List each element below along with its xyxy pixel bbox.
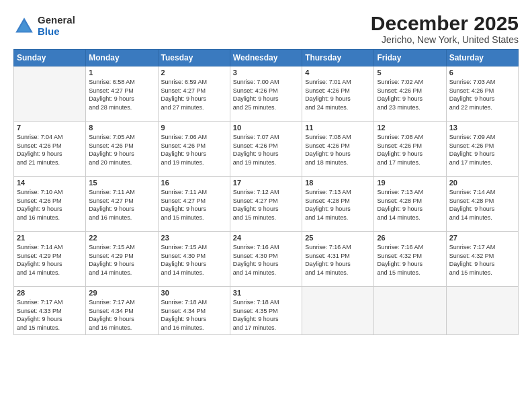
day-number: 17 xyxy=(233,179,299,187)
day-info: Sunrise: 7:17 AM Sunset: 4:33 PM Dayligh… xyxy=(17,298,83,332)
calendar-cell: 17Sunrise: 7:12 AM Sunset: 4:27 PM Dayli… xyxy=(230,177,302,232)
subtitle: Jericho, New York, United States xyxy=(371,34,519,45)
day-info: Sunrise: 7:16 AM Sunset: 4:32 PM Dayligh… xyxy=(377,243,443,277)
calendar-cell: 13Sunrise: 7:09 AM Sunset: 4:26 PM Dayli… xyxy=(446,122,518,177)
day-info: Sunrise: 7:16 AM Sunset: 4:31 PM Dayligh… xyxy=(305,243,371,277)
logo-blue-text: Blue xyxy=(38,26,75,38)
day-info: Sunrise: 7:04 AM Sunset: 4:26 PM Dayligh… xyxy=(17,133,83,167)
calendar-cell: 5Sunrise: 7:02 AM Sunset: 4:26 PM Daylig… xyxy=(374,66,446,122)
day-number: 5 xyxy=(377,68,443,77)
calendar-cell: 16Sunrise: 7:11 AM Sunset: 4:27 PM Dayli… xyxy=(158,177,230,232)
calendar-cell: 27Sunrise: 7:17 AM Sunset: 4:32 PM Dayli… xyxy=(446,232,518,287)
calendar-cell xyxy=(374,287,446,335)
calendar-cell: 29Sunrise: 7:17 AM Sunset: 4:34 PM Dayli… xyxy=(86,287,158,335)
calendar-cell: 8Sunrise: 7:05 AM Sunset: 4:26 PM Daylig… xyxy=(86,122,158,177)
day-number: 6 xyxy=(449,68,515,77)
day-info: Sunrise: 7:10 AM Sunset: 4:26 PM Dayligh… xyxy=(17,188,83,222)
calendar-cell: 10Sunrise: 7:07 AM Sunset: 4:26 PM Dayli… xyxy=(230,122,302,177)
logo-general-text: General xyxy=(38,15,75,26)
day-info: Sunrise: 7:06 AM Sunset: 4:26 PM Dayligh… xyxy=(161,133,227,167)
day-info: Sunrise: 7:11 AM Sunset: 4:27 PM Dayligh… xyxy=(89,188,154,222)
day-info: Sunrise: 7:03 AM Sunset: 4:26 PM Dayligh… xyxy=(449,78,515,111)
calendar-cell: 20Sunrise: 7:14 AM Sunset: 4:28 PM Dayli… xyxy=(446,177,518,232)
day-number: 11 xyxy=(305,124,371,132)
calendar-cell: 12Sunrise: 7:08 AM Sunset: 4:26 PM Dayli… xyxy=(374,122,446,177)
day-info: Sunrise: 7:17 AM Sunset: 4:34 PM Dayligh… xyxy=(89,298,154,332)
calendar-table: SundayMondayTuesdayWednesdayThursdayFrid… xyxy=(13,49,519,335)
day-number: 7 xyxy=(17,124,83,132)
day-number: 21 xyxy=(17,234,83,242)
day-info: Sunrise: 7:00 AM Sunset: 4:26 PM Dayligh… xyxy=(233,78,299,111)
calendar-week-row-0: 1Sunrise: 6:58 AM Sunset: 4:27 PM Daylig… xyxy=(14,66,519,122)
header: General Blue December 2025 Jericho, New … xyxy=(13,12,519,45)
calendar-week-row-1: 7Sunrise: 7:04 AM Sunset: 4:26 PM Daylig… xyxy=(14,122,519,177)
calendar-cell: 30Sunrise: 7:18 AM Sunset: 4:34 PM Dayli… xyxy=(158,287,230,335)
day-number: 14 xyxy=(17,179,83,187)
day-number: 4 xyxy=(305,68,371,77)
day-number: 25 xyxy=(305,234,371,242)
calendar-cell: 22Sunrise: 7:15 AM Sunset: 4:29 PM Dayli… xyxy=(86,232,158,287)
calendar-header-tuesday: Tuesday xyxy=(158,50,230,66)
title-block: December 2025 Jericho, New York, United … xyxy=(371,12,519,45)
calendar-cell: 24Sunrise: 7:16 AM Sunset: 4:30 PM Dayli… xyxy=(230,232,302,287)
day-number: 22 xyxy=(89,234,154,242)
calendar-cell: 1Sunrise: 6:58 AM Sunset: 4:27 PM Daylig… xyxy=(86,66,158,122)
day-number: 8 xyxy=(89,124,154,132)
day-number: 24 xyxy=(233,234,299,242)
day-info: Sunrise: 7:18 AM Sunset: 4:34 PM Dayligh… xyxy=(161,298,227,332)
calendar-cell: 31Sunrise: 7:18 AM Sunset: 4:35 PM Dayli… xyxy=(230,287,302,335)
logo-text: General Blue xyxy=(38,15,75,37)
day-number: 2 xyxy=(161,68,227,77)
day-number: 1 xyxy=(89,68,154,77)
calendar-header-wednesday: Wednesday xyxy=(230,50,302,66)
calendar-cell: 2Sunrise: 6:59 AM Sunset: 4:27 PM Daylig… xyxy=(158,66,230,122)
calendar-header-row: SundayMondayTuesdayWednesdayThursdayFrid… xyxy=(14,50,519,66)
day-number: 13 xyxy=(449,124,515,132)
calendar-week-row-3: 21Sunrise: 7:14 AM Sunset: 4:29 PM Dayli… xyxy=(14,232,519,287)
day-number: 23 xyxy=(161,234,227,242)
main-title: December 2025 xyxy=(371,12,519,34)
day-info: Sunrise: 7:02 AM Sunset: 4:26 PM Dayligh… xyxy=(377,78,443,111)
day-info: Sunrise: 7:14 AM Sunset: 4:29 PM Dayligh… xyxy=(17,243,83,277)
calendar-cell: 26Sunrise: 7:16 AM Sunset: 4:32 PM Dayli… xyxy=(374,232,446,287)
calendar-cell: 3Sunrise: 7:00 AM Sunset: 4:26 PM Daylig… xyxy=(230,66,302,122)
calendar-week-row-4: 28Sunrise: 7:17 AM Sunset: 4:33 PM Dayli… xyxy=(14,287,519,335)
day-info: Sunrise: 6:58 AM Sunset: 4:27 PM Dayligh… xyxy=(89,78,154,111)
day-info: Sunrise: 7:13 AM Sunset: 4:28 PM Dayligh… xyxy=(305,188,371,222)
calendar-cell: 6Sunrise: 7:03 AM Sunset: 4:26 PM Daylig… xyxy=(446,66,518,122)
day-info: Sunrise: 7:15 AM Sunset: 4:30 PM Dayligh… xyxy=(161,243,227,277)
day-number: 3 xyxy=(233,68,299,77)
day-number: 31 xyxy=(233,289,299,297)
day-number: 15 xyxy=(89,179,154,187)
day-number: 30 xyxy=(161,289,227,297)
day-info: Sunrise: 7:09 AM Sunset: 4:26 PM Dayligh… xyxy=(449,133,515,167)
day-number: 26 xyxy=(377,234,443,242)
page: General Blue December 2025 Jericho, New … xyxy=(0,0,532,411)
logo: General Blue xyxy=(13,15,75,37)
day-info: Sunrise: 7:07 AM Sunset: 4:26 PM Dayligh… xyxy=(233,133,299,167)
calendar-header-saturday: Saturday xyxy=(446,50,518,66)
day-number: 20 xyxy=(449,179,515,187)
calendar-cell: 19Sunrise: 7:13 AM Sunset: 4:28 PM Dayli… xyxy=(374,177,446,232)
day-info: Sunrise: 7:16 AM Sunset: 4:30 PM Dayligh… xyxy=(233,243,299,277)
day-number: 16 xyxy=(161,179,227,187)
calendar-cell: 25Sunrise: 7:16 AM Sunset: 4:31 PM Dayli… xyxy=(302,232,374,287)
calendar-cell: 11Sunrise: 7:08 AM Sunset: 4:26 PM Dayli… xyxy=(302,122,374,177)
calendar-header-friday: Friday xyxy=(374,50,446,66)
day-info: Sunrise: 7:05 AM Sunset: 4:26 PM Dayligh… xyxy=(89,133,154,167)
day-number: 29 xyxy=(89,289,154,297)
day-info: Sunrise: 7:15 AM Sunset: 4:29 PM Dayligh… xyxy=(89,243,154,277)
day-info: Sunrise: 7:12 AM Sunset: 4:27 PM Dayligh… xyxy=(233,188,299,222)
calendar-header-thursday: Thursday xyxy=(302,50,374,66)
calendar-cell: 21Sunrise: 7:14 AM Sunset: 4:29 PM Dayli… xyxy=(14,232,86,287)
day-info: Sunrise: 7:14 AM Sunset: 4:28 PM Dayligh… xyxy=(449,188,515,222)
day-number: 18 xyxy=(305,179,371,187)
day-number: 10 xyxy=(233,124,299,132)
day-info: Sunrise: 7:17 AM Sunset: 4:32 PM Dayligh… xyxy=(449,243,515,277)
day-number: 27 xyxy=(449,234,515,242)
calendar-cell: 14Sunrise: 7:10 AM Sunset: 4:26 PM Dayli… xyxy=(14,177,86,232)
calendar-cell xyxy=(14,66,86,122)
calendar-cell: 28Sunrise: 7:17 AM Sunset: 4:33 PM Dayli… xyxy=(14,287,86,335)
calendar-cell: 18Sunrise: 7:13 AM Sunset: 4:28 PM Dayli… xyxy=(302,177,374,232)
calendar-cell xyxy=(302,287,374,335)
